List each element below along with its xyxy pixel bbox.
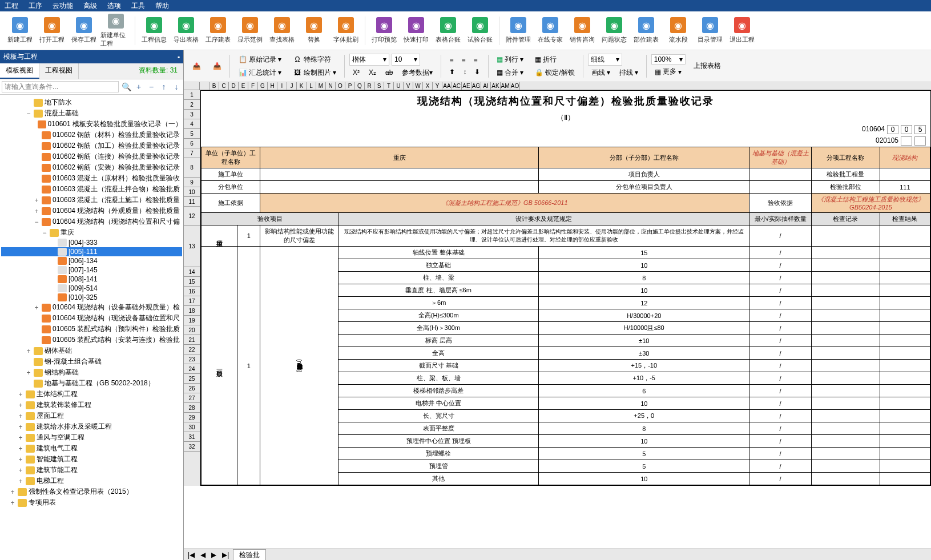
tree-node[interactable]: 010602 钢筋（加工）检验批质量验收记录: [1, 140, 182, 151]
tree-node[interactable]: [006]-134: [1, 256, 182, 265]
down-icon[interactable]: ↓: [171, 82, 182, 92]
col-hdr[interactable]: AG: [471, 82, 481, 90]
col-hdr[interactable]: J: [287, 82, 297, 90]
tree-node[interactable]: 010601 模板安装检验批质量验收记录（一）: [1, 119, 182, 130]
col-hdr[interactable]: W: [413, 82, 423, 90]
menu-高级[interactable]: 高级: [83, 1, 97, 11]
row-hdr[interactable]: 22: [184, 345, 200, 354]
size-select[interactable]: 10▾: [392, 54, 420, 66]
tbtn-新建单位工程[interactable]: ◉新建单位工程: [100, 14, 131, 48]
tree-node[interactable]: +电梯工程: [1, 476, 182, 486]
tree-node[interactable]: 地下防水: [1, 97, 182, 108]
tree-node[interactable]: +建筑装饰装修工程: [1, 400, 182, 410]
menu-工序[interactable]: 工序: [29, 1, 42, 11]
tbtn-查找表格[interactable]: ◉查找表格: [267, 14, 297, 48]
col-hdr[interactable]: AI: [481, 82, 491, 90]
row-hdr[interactable]: 6: [184, 139, 200, 148]
col-hdr[interactable]: R: [365, 82, 374, 90]
tbtn-问题状态[interactable]: ◉问题状态: [599, 14, 630, 48]
tbtn-部位建表[interactable]: ◉部位建表: [631, 14, 662, 48]
row-hdr[interactable]: 1: [184, 90, 200, 100]
row-hdr[interactable]: 27: [184, 393, 200, 403]
col-hdr[interactable]: AE: [462, 82, 471, 90]
zoom[interactable]: 100%▾: [651, 54, 686, 65]
tree-node[interactable]: 010602 钢筋（材料）检验批质量验收记录: [1, 130, 182, 140]
col-hdr[interactable]: B: [209, 82, 219, 90]
tree-node[interactable]: −混凝土基础: [1, 108, 182, 119]
tree-node[interactable]: 010604 现浇结构（现浇设备基础位置和尺: [1, 313, 182, 324]
col-hdr[interactable]: M: [316, 82, 326, 90]
tree-node[interactable]: [004]-333: [1, 238, 182, 247]
tbtn-表格台账[interactable]: ◉表格台账: [433, 14, 464, 48]
tree-node[interactable]: +主体结构工程: [1, 389, 182, 400]
align-center[interactable]: ≡: [458, 55, 469, 66]
draw-line[interactable]: 画线▾: [588, 67, 614, 79]
tree-node[interactable]: +钢结构基础: [1, 367, 182, 378]
menu-工程[interactable]: 工程: [5, 1, 18, 11]
tbtn-替换[interactable]: ◉替换: [299, 14, 329, 48]
search-input[interactable]: [2, 81, 119, 92]
code-box[interactable]: [901, 125, 912, 134]
row-hdr[interactable]: 29: [184, 413, 200, 422]
row-hdr[interactable]: 5: [184, 129, 200, 139]
col-hdr[interactable]: U: [394, 82, 404, 90]
line-style[interactable]: 细线▾: [588, 54, 622, 66]
tree-node[interactable]: +建筑给水排水及采暖工程: [1, 421, 182, 432]
tbtn-流水段[interactable]: ◉流水段: [663, 14, 694, 48]
tree-node[interactable]: 010603 混凝土（原材料）检验批质量验收: [1, 173, 182, 184]
summary[interactable]: 📊汇总统计▾: [235, 67, 285, 79]
col-hdr[interactable]: K: [297, 82, 307, 90]
up-icon[interactable]: ↑: [159, 82, 169, 92]
tree-node[interactable]: +建筑电气工程: [1, 443, 182, 454]
more[interactable]: ▦更多▾: [651, 66, 686, 78]
col-hdr[interactable]: L: [307, 82, 316, 90]
row-hdr[interactable]: 30: [184, 422, 200, 432]
col-hdr[interactable]: X: [423, 82, 433, 90]
col-hdr[interactable]: O: [336, 82, 345, 90]
menu-选项[interactable]: 选项: [107, 1, 121, 11]
col-hdr[interactable]: S: [374, 82, 384, 90]
valign-mid[interactable]: ↕: [460, 67, 470, 77]
row-hdr[interactable]: 31: [184, 432, 200, 442]
col-hdr[interactable]: AA: [442, 82, 452, 90]
tbtn-附件管理[interactable]: ◉附件管理: [503, 14, 534, 48]
upload[interactable]: 上报表格: [690, 60, 724, 72]
raw-record[interactable]: 📋原始记录▾: [235, 54, 285, 66]
rowcol[interactable]: ▦列行▾: [493, 54, 527, 66]
lock[interactable]: 🔒锁定/解锁: [531, 67, 578, 79]
tree-node[interactable]: −重庆: [1, 227, 182, 238]
row-hdr[interactable]: 32: [184, 442, 200, 452]
row-hdr[interactable]: 8: [184, 158, 200, 178]
tbtn-试验台账[interactable]: ◉试验台账: [465, 14, 495, 48]
valign-top[interactable]: ⬆: [446, 67, 458, 77]
tree-node[interactable]: +建筑节能工程: [1, 465, 182, 476]
search-icon[interactable]: 🔍: [121, 82, 131, 92]
tab-last[interactable]: ▶|: [220, 551, 231, 559]
tree-node[interactable]: +强制性条文检查记录用表（2015）: [1, 486, 182, 497]
col-hdr[interactable]: [200, 82, 209, 90]
tree-node[interactable]: +专项用表: [1, 497, 182, 508]
col-hdr[interactable]: E: [239, 82, 248, 90]
tab-prev[interactable]: ◀: [199, 551, 207, 559]
code-box[interactable]: [887, 125, 898, 134]
col-hdr[interactable]: I: [277, 82, 287, 90]
row-hdr[interactable]: 3: [184, 110, 200, 119]
tree-node[interactable]: +010604 现浇结构（设备基础外观质量）检: [1, 302, 182, 313]
tab-project[interactable]: 工程视图: [39, 63, 79, 79]
tab-first[interactable]: |◀: [186, 551, 196, 559]
row-hdr[interactable]: 23: [184, 354, 200, 364]
row-hdr[interactable]: 18: [184, 306, 200, 316]
tbtn-导出表格[interactable]: ◉导出表格: [171, 14, 201, 48]
tree-node[interactable]: 010602 钢筋（连接）检验批质量验收记录: [1, 151, 182, 162]
tree-node[interactable]: 010605 装配式结构（预制构件）检验批质: [1, 324, 182, 335]
subscript[interactable]: X₂: [365, 67, 380, 79]
tree-node[interactable]: +通风与空调工程: [1, 432, 182, 443]
sheet-tab[interactable]: 检验批: [233, 549, 266, 561]
code-box[interactable]: [914, 125, 926, 134]
tbtn-显示范例[interactable]: ◉显示范例: [235, 14, 265, 48]
row-hdr[interactable]: 26: [184, 384, 200, 393]
pin-icon[interactable]: ▪: [178, 53, 180, 61]
col-hdr[interactable]: T: [384, 82, 394, 90]
col-hdr[interactable]: AK: [491, 82, 501, 90]
col-hdr[interactable]: AM: [501, 82, 510, 90]
